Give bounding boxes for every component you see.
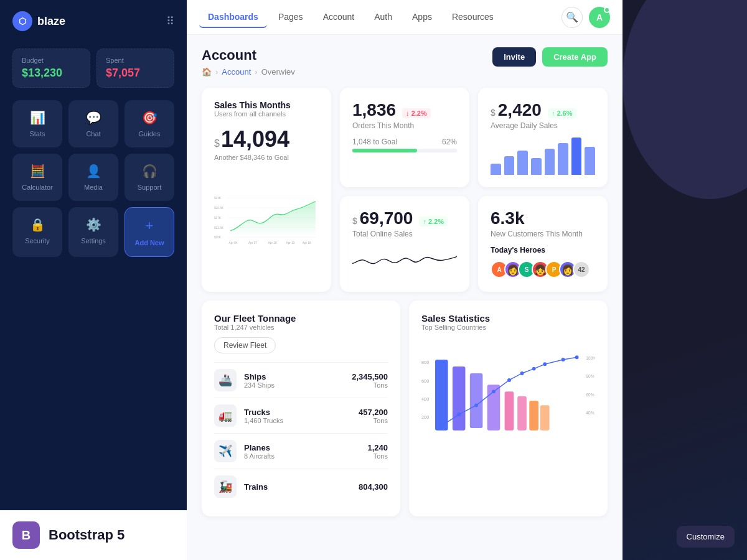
svg-rect-20 [453, 366, 466, 431]
fleet-row-trucks: 🚛 Trucks 1,460 Trucks 457,200 Tons [214, 398, 388, 433]
svg-rect-26 [540, 405, 550, 430]
ships-name: Ships [244, 372, 275, 381]
sidebar-item-media[interactable]: 👤 Media [68, 154, 118, 201]
sidebar-header: ⬡ blaze ⠿ [0, 0, 187, 42]
support-label: Support [138, 184, 162, 191]
bar-6 [558, 143, 568, 175]
invite-button[interactable]: Invite [492, 47, 536, 67]
sidebar-item-stats[interactable]: 📊 Stats [12, 100, 62, 147]
trucks-unit: Tons [359, 417, 388, 424]
chat-icon: 💬 [86, 110, 101, 125]
support-icon: 🎧 [142, 164, 157, 179]
budget-cards: Budget $13,230 Spent $7,057 [0, 42, 187, 100]
customers-label: New Customers This Month [491, 230, 595, 238]
customize-button[interactable]: Customize [677, 526, 735, 548]
bar-5 [545, 149, 555, 175]
bootstrap-text: Bootstrap 5 [49, 527, 125, 543]
orders-change: ↓ 2.2% [402, 108, 431, 118]
svg-text:600: 600 [421, 378, 429, 384]
svg-text:$20.5K: $20.5K [214, 207, 224, 210]
svg-text:60%: 60% [586, 393, 594, 397]
spent-label: Spent [106, 57, 165, 64]
svg-text:Apr 16: Apr 16 [303, 241, 311, 245]
orders-value: 1,836 [352, 100, 396, 120]
svg-text:Apr 10: Apr 10 [268, 241, 277, 245]
svg-point-35 [561, 358, 565, 362]
fleet-row-trains: 🚂 Trains 804,300 [214, 469, 388, 504]
trucks-count: 1,460 Trucks [244, 417, 283, 424]
tab-resources[interactable]: Resources [443, 7, 502, 28]
fleet-row-ships: 🚢 Ships 234 Ships 2,345,500 Tons [214, 362, 388, 398]
online-sales-label: Total Online Sales [352, 230, 457, 238]
svg-point-30 [492, 390, 496, 393]
tab-dashboards[interactable]: Dashboards [199, 7, 267, 28]
svg-text:Apr 07: Apr 07 [248, 241, 257, 245]
tab-account[interactable]: Account [314, 7, 364, 28]
bar-7 [571, 138, 582, 175]
create-app-button[interactable]: Create App [542, 47, 608, 67]
budget-card: Budget $13,230 [12, 49, 90, 88]
svg-point-29 [474, 403, 478, 407]
svg-text:80%: 80% [586, 374, 594, 378]
svg-text:$13.5K: $13.5K [214, 226, 224, 230]
nav-grid: 📊 Stats 💬 Chat 🎯 Guides 🧮 Calculator 👤 M… [0, 100, 187, 263]
budget-value: $13,230 [22, 67, 81, 80]
svg-rect-25 [529, 401, 538, 431]
planes-value: 1,240 [367, 443, 388, 452]
svg-point-36 [575, 355, 579, 359]
action-bar: Invite Create App [492, 47, 608, 67]
sidebar-item-calculator[interactable]: 🧮 Calculator [12, 154, 62, 201]
tab-apps[interactable]: Apps [403, 7, 441, 28]
svg-rect-19 [435, 360, 448, 431]
fleet-title: Our Fleet Tonnage [214, 313, 388, 324]
user-avatar[interactable]: A [589, 7, 610, 28]
daily-prefix: $ [491, 108, 496, 118]
breadcrumb-current: Overwiev [261, 67, 295, 77]
breadcrumb: 🏠 › Account › Overwiev [202, 67, 295, 77]
trains-value: 804,300 [359, 482, 388, 492]
menu-icon[interactable]: ⠿ [166, 14, 174, 28]
svg-text:Apr 04: Apr 04 [229, 241, 238, 245]
content-area: Account 🏠 › Account › Overwiev Invite Cr… [187, 35, 622, 560]
svg-text:Apr 13: Apr 13 [286, 241, 295, 245]
sales-month-title: Sales This Months [214, 100, 319, 110]
security-icon: 🔒 [30, 217, 45, 232]
sidebar-item-security[interactable]: 🔒 Security [12, 207, 62, 257]
sidebar: ⬡ blaze ⠿ Budget $13,230 Spent $7,057 📊 … [0, 0, 187, 560]
planes-count: 8 Aircrafts [244, 452, 275, 460]
bar-4 [531, 158, 542, 175]
sidebar-item-chat[interactable]: 💬 Chat [68, 100, 118, 147]
svg-point-31 [507, 378, 511, 382]
breadcrumb-home[interactable]: 🏠 [202, 67, 212, 77]
search-button[interactable]: 🔍 [561, 7, 583, 28]
guides-icon: 🎯 [142, 110, 157, 125]
planes-unit: Tons [367, 452, 388, 460]
tab-auth[interactable]: Auth [365, 7, 401, 28]
customers-card: 6.3k New Customers This Month Today's He… [478, 196, 608, 292]
sidebar-item-settings[interactable]: ⚙️ Settings [68, 207, 118, 257]
ships-value: 2,345,500 [352, 372, 388, 381]
sales-month-sub: Users from all channels [214, 110, 319, 118]
spent-card: Spent $7,057 [96, 49, 174, 88]
bar-2 [504, 156, 515, 175]
daily-change: ↑ 2.6% [548, 108, 576, 118]
goal-pct: 62% [442, 138, 457, 146]
fleet-row-planes: ✈️ Planes 8 Aircrafts 1,240 Tons [214, 433, 388, 469]
orders-card: 1,836 ↓ 2.2% Orders This Month 1,048 to … [340, 88, 469, 187]
stats-sales-title: Sales Statistics [421, 313, 595, 324]
sales-month-card: Sales This Months Users from all channel… [202, 88, 331, 292]
review-fleet-button[interactable]: Review Fleet [214, 337, 276, 353]
sidebar-item-add-new[interactable]: + Add New [125, 207, 174, 257]
svg-text:400: 400 [421, 396, 429, 402]
decorative-blob [622, 0, 747, 199]
online-sales-card: $ 69,700 ↑ 2.2% Total Online Sales [340, 196, 469, 292]
settings-icon: ⚙️ [86, 217, 101, 232]
tab-pages[interactable]: Pages [270, 7, 312, 28]
online-indicator [604, 7, 610, 13]
sidebar-item-support[interactable]: 🎧 Support [125, 154, 174, 201]
svg-text:40%: 40% [586, 411, 594, 415]
breadcrumb-account[interactable]: Account [222, 67, 251, 77]
trains-name: Trains [244, 482, 268, 492]
media-icon: 👤 [86, 164, 101, 179]
sidebar-item-guides[interactable]: 🎯 Guides [125, 100, 174, 147]
